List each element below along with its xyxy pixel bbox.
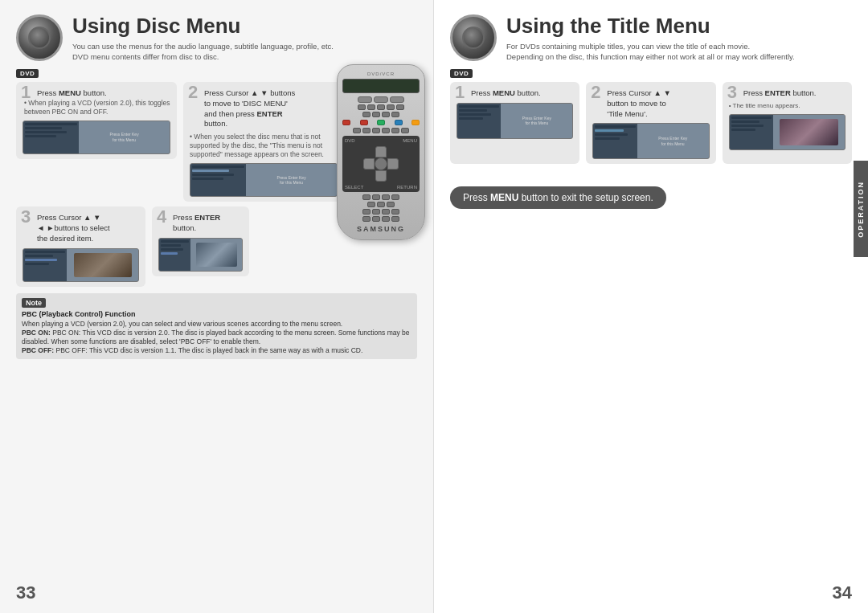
step4-screen: [158, 238, 243, 272]
remote-brand: SAMSUNG: [342, 225, 420, 233]
left-subtitle: You can use the menus for the audio lang…: [72, 41, 334, 63]
right-page: Using the Title Menu For DVDs containing…: [434, 0, 868, 613]
step2-note: • When you select the disc menu that is …: [190, 133, 338, 159]
right-step1-box: 1 Press MENU button. Press Enter Keyfor …: [450, 82, 579, 164]
note-box: Note PBC (Playback Control) Function Whe…: [16, 293, 417, 359]
note-pbc-text: When playing a VCD (version 2.0), you ca…: [22, 320, 411, 355]
right-subtitle: For DVDs containing multiple titles, you…: [506, 41, 795, 63]
remote-btn-sm-1: [358, 104, 366, 110]
right-step3-note: • The title menu appears.: [729, 102, 845, 110]
step1-text: Press MENU button.: [23, 87, 170, 99]
step4-text: Press ENTER button.: [158, 211, 243, 234]
step1-number: 1: [21, 84, 31, 101]
remote-btn-sm-4: [387, 104, 395, 110]
step2-screen: Press Enter Keyfor this Menu: [190, 163, 338, 197]
right-step3-box: 3 Press ENTER button. • The title menu a…: [723, 82, 852, 164]
remote-btn-sm-2: [367, 104, 375, 110]
right-title: Using the Title Menu: [506, 14, 795, 38]
page-number-left: 33: [16, 582, 35, 603]
note-label: Note: [22, 298, 46, 308]
remote-btn-sm-3: [377, 104, 385, 110]
right-step3-number: 3: [727, 84, 737, 101]
operation-label: OPERATION: [857, 181, 865, 238]
right-step3-text: Press ENTER button.: [729, 87, 845, 99]
step1-note: When playing a VCD (version 2.0), this t…: [23, 99, 170, 116]
right-step1-screen: Press Enter Keyfor this Menu: [457, 103, 573, 139]
press-menu-banner: Press MENU button to exit the setup scre…: [450, 186, 666, 209]
speaker-icon-left: [16, 14, 64, 63]
right-step2-number: 2: [591, 84, 600, 101]
remote-control: DVD/VCR: [337, 64, 425, 240]
dvd-badge-left: DVD: [16, 69, 39, 78]
left-header: Using Disc Menu You can use the menus fo…: [16, 14, 417, 63]
right-header: Using the Title Menu For DVDs containing…: [450, 14, 852, 63]
step2-text: Press Cursor ▲ ▼ buttonsto move to 'DISC…: [190, 87, 338, 129]
press-menu-section: Press MENU button to exit the setup scre…: [450, 180, 852, 209]
speaker-icon-right: [450, 14, 498, 63]
right-steps-grid: 1 Press MENU button. Press Enter Keyfor …: [450, 82, 852, 164]
step4-number: 4: [157, 208, 166, 226]
step3-screen: [23, 248, 139, 282]
dvd-badge-right: DVD: [450, 69, 473, 78]
step3-box: 3 Press Cursor ▲ ▼◄ ►buttons to selectth…: [16, 206, 145, 286]
right-step2-box: 2 Press Cursor ▲ ▼button to move to'Titl…: [586, 82, 715, 164]
remote-dpad: [363, 146, 399, 182]
left-page: Using Disc Menu You can use the menus fo…: [0, 0, 434, 613]
steps-row-bottom: 3 Press Cursor ▲ ▼◄ ►buttons to selectth…: [16, 206, 249, 286]
step4-box: 4 Press ENTER button.: [152, 206, 249, 276]
remote-btn-3: [390, 96, 404, 103]
step2-box: 2 Press Cursor ▲ ▼ buttonsto move to 'DI…: [183, 82, 344, 202]
step1-box: 1 Press MENU button. When playing a VCD …: [16, 82, 177, 159]
remote-btn-2: [374, 96, 388, 103]
remote-btn-sm-5: [396, 104, 404, 110]
right-step3-screen: [729, 114, 845, 150]
step1-screen: Press Enter Keyfor this Menu: [23, 121, 170, 154]
operation-sidebar: OPERATION: [854, 161, 868, 257]
page-number-right: 34: [833, 582, 852, 603]
left-title: Using Disc Menu: [72, 14, 334, 38]
right-step2-text: Press Cursor ▲ ▼button to move to'Title …: [592, 87, 709, 119]
steps-row-top: 1 Press MENU button. When playing a VCD …: [16, 82, 417, 202]
step3-text: Press Cursor ▲ ▼◄ ►buttons to selectthe …: [23, 211, 139, 243]
remote-btn-1: [358, 96, 372, 103]
right-step1-number: 1: [455, 84, 465, 101]
right-step1-text: Press MENU button.: [457, 87, 573, 99]
step2-number: 2: [188, 84, 198, 101]
note-pbc-title: PBC (Playback Control) Function: [22, 310, 411, 318]
step3-number: 3: [21, 208, 31, 226]
right-step2-screen: Press Enter Keyfor this Menu: [592, 123, 709, 159]
